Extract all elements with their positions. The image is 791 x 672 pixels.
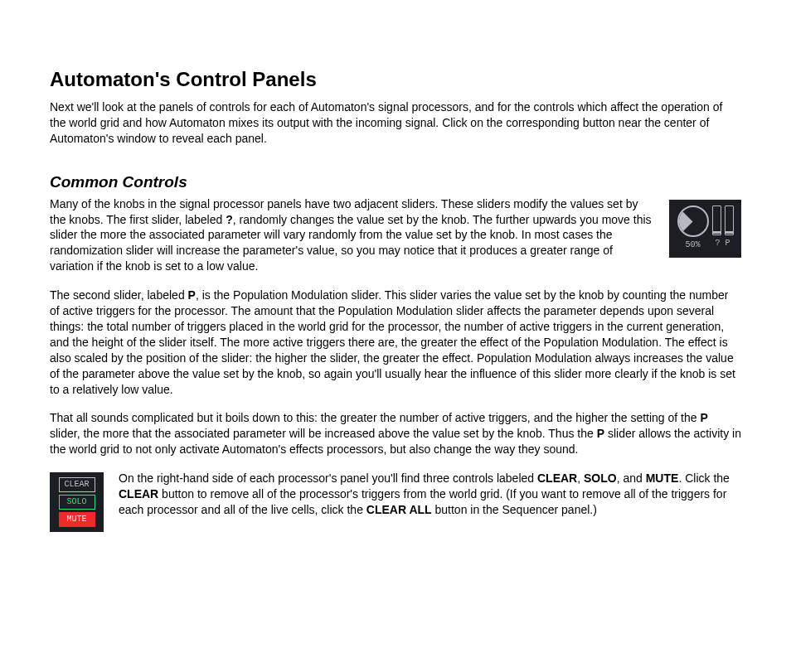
clear-solo-mute-figure: CLEAR SOLO MUTE	[50, 472, 104, 532]
clear-button[interactable]: CLEAR	[59, 477, 95, 492]
randomize-slider-label: ?	[715, 238, 720, 249]
population-slider[interactable]	[725, 205, 734, 235]
section-heading-common-controls: Common Controls	[50, 172, 741, 193]
population-slider-label: P	[725, 238, 730, 249]
paragraph-summary: That all sounds complicated but it boils…	[50, 410, 741, 457]
page-title: Automaton's Control Panels	[50, 66, 741, 93]
paragraph-random-slider: Many of the knobs in the signal processo…	[50, 196, 741, 274]
randomize-slider[interactable]	[712, 205, 721, 235]
solo-button[interactable]: SOLO	[59, 495, 95, 510]
intro-paragraph: Next we'll look at the panels of control…	[50, 99, 741, 147]
paragraph-population-slider: The second slider, labeled P, is the Pop…	[50, 288, 741, 397]
knob-slider-figure: 50% ? P	[669, 200, 741, 258]
knob-dial[interactable]	[677, 205, 709, 237]
mute-button[interactable]: MUTE	[59, 512, 95, 527]
knob-value-label: 50%	[685, 239, 700, 251]
paragraph-clear-solo-mute: On the right-hand side of each processor…	[50, 471, 741, 518]
